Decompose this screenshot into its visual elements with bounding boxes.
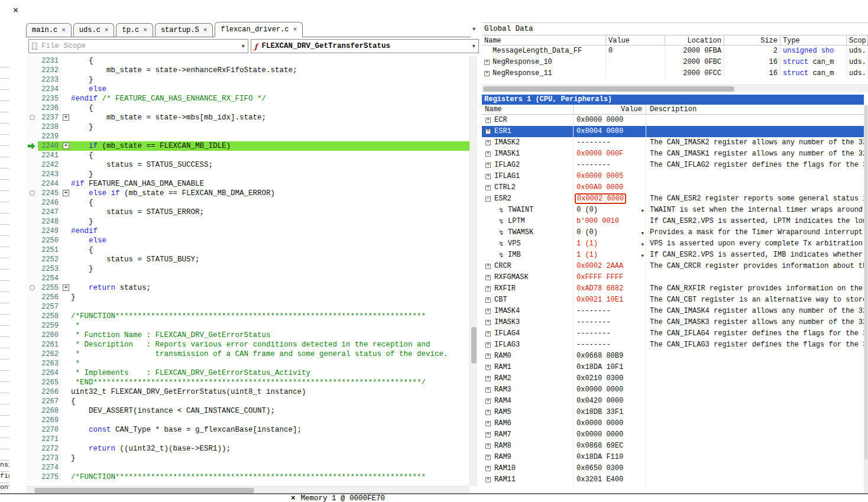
column-header-name[interactable]: Name xyxy=(482,35,606,45)
code-line[interactable]: 2247 status = STATUS_ERROR; xyxy=(26,208,469,217)
register-row-RAM7[interactable]: +RAM70x0000 0000 xyxy=(482,429,864,441)
code-line[interactable]: 2251 { xyxy=(26,245,469,255)
expand-toggle-icon[interactable]: + xyxy=(485,365,491,370)
code-line[interactable]: 2244#if FEATURE_CAN_HAS_DMA_ENABLE xyxy=(26,179,469,189)
code-line[interactable]: 2241 { xyxy=(26,151,469,160)
global-data-row[interactable]: +NegResponse_102000 0FBC16struct can_mud… xyxy=(482,57,868,68)
code-line[interactable]: 2267{ xyxy=(26,397,469,406)
scrollbar-thumb[interactable] xyxy=(483,86,734,92)
code-line[interactable]: 2242 status = STATUS_SUCCESS; xyxy=(26,160,469,170)
code-line[interactable]: 2265 *END*******************************… xyxy=(26,378,469,387)
register-row-ECR[interactable]: +ECR0x0000 0000 xyxy=(482,115,864,126)
register-row-IFLAG4[interactable]: +IFLAG4--------The CAN_IFLAG4 register d… xyxy=(482,328,864,339)
code-line[interactable]: 2256} xyxy=(26,293,469,302)
editor-tab-flexcan-driver-c[interactable]: flexcan_driver.c× xyxy=(215,22,303,37)
expand-toggle-icon[interactable]: + xyxy=(485,118,491,123)
tab-overflow-chevron-icon[interactable]: ▼ xyxy=(472,27,475,33)
fold-toggle-icon[interactable]: + xyxy=(63,142,69,149)
expand-toggle-icon[interactable]: + xyxy=(485,297,491,303)
register-row-ESR1[interactable]: +ESR10x0004 0080 xyxy=(482,126,864,137)
scrollbar-thumb[interactable] xyxy=(471,327,477,364)
code-line[interactable]: 2252 status = STATUS_BUSY; xyxy=(26,255,469,264)
expand-toggle-icon[interactable]: + xyxy=(485,185,491,190)
editor-tab-uds-c[interactable]: uds.c× xyxy=(73,23,115,37)
register-row-RAM4[interactable]: +RAM40x0420 0000 xyxy=(482,396,864,407)
column-header-value[interactable]: Value xyxy=(606,35,665,45)
expand-toggle-icon[interactable]: + xyxy=(485,129,491,134)
expand-toggle-icon[interactable]: + xyxy=(485,443,491,449)
register-row-RAM8[interactable]: +RAM80x0868 69EC xyxy=(482,441,864,452)
expand-toggle-icon[interactable]: + xyxy=(485,477,491,482)
memory-tab-close-icon[interactable]: × xyxy=(291,494,296,502)
expand-toggle-icon[interactable]: − xyxy=(485,196,491,202)
code-line[interactable]: 2249#endif xyxy=(26,226,469,236)
register-row-RAM1[interactable]: +RAM10x18DA 10F1 xyxy=(482,362,864,373)
scrollbar-thumb[interactable] xyxy=(34,488,254,493)
register-row-RXFGMASK[interactable]: +RXFGMASK0xFFFF FFFF xyxy=(482,272,864,283)
register-row-CBT[interactable]: +CBT0x0021 10E1The CAN_CBT register is a… xyxy=(482,294,864,306)
editor-tab-main-c[interactable]: main.c× xyxy=(26,23,72,37)
register-row-CRCR[interactable]: +CRCR0x0002 2AAAThe CAN_CRCR register pr… xyxy=(482,261,864,272)
register-row-RAM2[interactable]: +RAM20x0210 0300 xyxy=(482,373,864,384)
expand-toggle-icon[interactable]: + xyxy=(485,410,491,415)
tab-close-icon[interactable]: × xyxy=(105,27,109,34)
register-row-IMASK1[interactable]: +IMASK10x0000 000FThe CAN_IMASK1 registe… xyxy=(482,148,864,160)
file-scope-dropdown[interactable]: File Scope ▼ xyxy=(28,39,248,53)
expand-toggle-icon[interactable]: + xyxy=(485,140,491,145)
fold-toggle-icon[interactable]: + xyxy=(63,114,69,121)
code-line[interactable]: 2260 * Function Name : FLEXCAN_DRV_GetEr… xyxy=(26,331,469,340)
register-row-RAM5[interactable]: +RAM50x18DB 33F1 xyxy=(482,407,864,418)
expand-toggle-icon[interactable]: + xyxy=(485,286,491,292)
code-line[interactable]: 2246 { xyxy=(26,198,469,208)
column-header-name[interactable]: Name xyxy=(482,105,574,114)
expand-toggle-icon[interactable]: + xyxy=(485,421,491,426)
register-row-TWAINT[interactable]: ↯TWAINT0 (0)▼TWAINT is set when the inte… xyxy=(482,205,864,216)
code-line[interactable]: 2259 * xyxy=(26,321,469,331)
code-line[interactable]: 2235#endif /* FEATURE_CAN_HAS_ENHANCE_RX… xyxy=(26,94,469,103)
code-line[interactable]: 2272 return ((uint32_t)(base->ESR1)); xyxy=(26,444,469,454)
expand-toggle-icon[interactable]: + xyxy=(485,151,491,157)
register-row-RAM6[interactable]: +RAM60x0000 0000 xyxy=(482,418,864,429)
pane-close-icon[interactable]: × xyxy=(13,6,18,16)
register-row-RXFIR[interactable]: +RXFIR0xAD78 6882The CAN_RXFIR register … xyxy=(482,283,864,294)
code-line[interactable]: 2248 } xyxy=(26,217,469,226)
column-header-size[interactable]: Size xyxy=(724,35,780,45)
tab-close-icon[interactable]: × xyxy=(61,27,66,34)
tab-close-icon[interactable]: × xyxy=(293,26,297,33)
register-row-RAM9[interactable]: +RAM90x18DA F110 xyxy=(482,452,864,463)
code-line[interactable]: 2239 xyxy=(26,132,469,141)
code-line[interactable]: 2263 * xyxy=(26,359,469,368)
expand-toggle-icon[interactable]: + xyxy=(485,264,491,269)
expand-toggle-icon[interactable]: + xyxy=(485,399,491,404)
global-data-horizontal-scrollbar[interactable] xyxy=(482,85,868,92)
code-line[interactable]: 2262 * transmission of a CAN frame and s… xyxy=(26,349,469,359)
code-line[interactable]: 2231 { xyxy=(26,56,469,66)
code-line[interactable]: 2274 xyxy=(26,463,469,472)
register-row-RAM0[interactable]: +RAM00x0668 80B9 xyxy=(482,351,864,362)
column-header-scope[interactable]: Scop xyxy=(847,35,868,45)
fold-toggle-icon[interactable]: + xyxy=(63,284,69,291)
code-line[interactable]: 2232 mb_state = state->enhanceRxFifoStat… xyxy=(26,66,469,75)
code-editor[interactable]: 2231 {2232 mb_state = state->enhanceRxFi… xyxy=(26,56,469,486)
expand-toggle-icon[interactable]: + xyxy=(485,309,491,314)
code-line[interactable]: 2271 xyxy=(26,435,469,444)
code-line[interactable]: 2238 } xyxy=(26,122,469,132)
code-line[interactable]: 2245+ else if (mb_state == FLEXCAN_MB_DM… xyxy=(26,189,469,198)
scrollbar-thumb[interactable] xyxy=(864,106,867,459)
code-line[interactable]: 2269 xyxy=(26,416,469,425)
expand-toggle-icon[interactable]: + xyxy=(485,455,491,460)
register-row-IFLAG3[interactable]: +IFLAG3--------The CAN_IFLAG3 register d… xyxy=(482,339,864,351)
expand-toggle-icon[interactable]: + xyxy=(485,320,491,325)
expand-toggle-icon[interactable]: + xyxy=(485,163,491,168)
register-row-IMASK4[interactable]: +IMASK4--------The CAN_IMASK4 register a… xyxy=(482,306,864,317)
code-line[interactable]: 2268 DEV_ASSERT(instance < CAN_INSTANCE_… xyxy=(26,406,469,416)
code-line[interactable]: 2273} xyxy=(26,454,469,463)
expand-toggle-icon[interactable]: + xyxy=(485,432,491,438)
expand-toggle-icon[interactable]: + xyxy=(485,331,491,336)
code-line[interactable]: 2270 const CAN_Type * base = g_flexcanBa… xyxy=(26,425,469,435)
expand-toggle-icon[interactable]: + xyxy=(485,174,491,179)
column-header-value[interactable]: Value xyxy=(574,105,646,114)
code-line[interactable]: 2264 * Implements : FLEXCAN_DRV_GetError… xyxy=(26,368,469,378)
code-line[interactable]: 2257 xyxy=(26,302,469,312)
register-row-IFLAG1[interactable]: +IFLAG10x0000 0005 xyxy=(482,171,864,182)
